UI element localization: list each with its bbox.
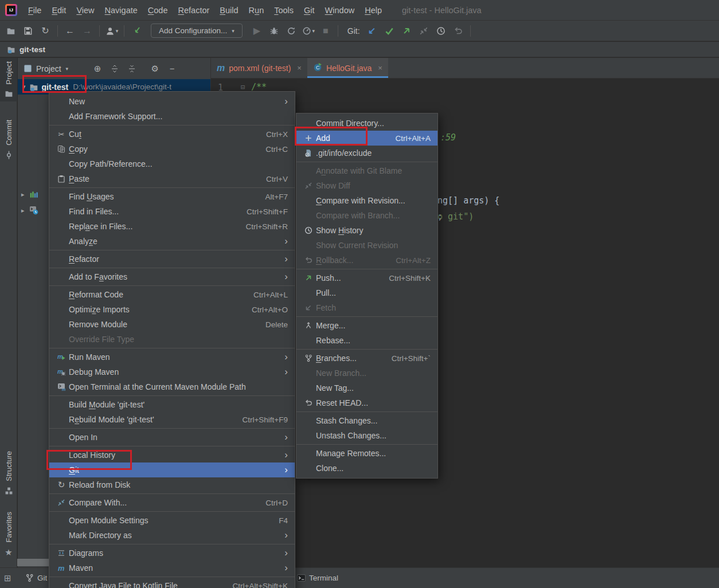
menu-item-find-in-files[interactable]: Find in Files...Ctrl+Shift+F bbox=[49, 204, 295, 219]
vcs-update-icon[interactable]: ↙ bbox=[364, 23, 381, 38]
breadcrumb[interactable]: git-test bbox=[19, 45, 45, 54]
menu-item-refactor[interactable]: Refactor› bbox=[49, 252, 295, 266]
menu-item-manage-remotes[interactable]: Manage Remotes... bbox=[296, 446, 437, 461]
forward-icon[interactable]: → bbox=[79, 23, 96, 38]
menu-item-compare-with-revision[interactable]: Compare with Revision... bbox=[296, 193, 437, 208]
menu-item-pull[interactable]: Pull... bbox=[296, 285, 437, 300]
tree-item-external-libraries[interactable]: ▸ bbox=[21, 190, 38, 199]
menu-item-mark-directory-as[interactable]: Mark Directory as› bbox=[49, 528, 295, 543]
menu-item-diagrams[interactable]: Diagrams› bbox=[49, 546, 295, 560]
sync-icon[interactable]: ↻ bbox=[37, 23, 54, 38]
profiler-icon[interactable]: ▾ bbox=[300, 23, 317, 38]
menu-item-push[interactable]: Push...Ctrl+Shift+K bbox=[296, 271, 437, 285]
menu-item-cut[interactable]: ✂CutCtrl+X bbox=[49, 127, 295, 142]
menu-item-analyze[interactable]: Analyze› bbox=[49, 234, 295, 249]
stop-icon[interactable]: ■ bbox=[317, 23, 334, 38]
locate-icon[interactable]: ⊕ bbox=[90, 62, 105, 76]
menu-item-branches[interactable]: Branches...Ctrl+Shift+` bbox=[296, 351, 437, 366]
hide-panel-icon[interactable]: − bbox=[165, 62, 179, 76]
vcs-rollback-icon[interactable] bbox=[450, 23, 467, 38]
tool-button-project[interactable]: Project bbox=[0, 58, 17, 101]
vcs-history-icon[interactable] bbox=[432, 23, 450, 38]
chevron-collapsed-icon[interactable]: ▸ bbox=[21, 207, 25, 214]
menu-item-local-history[interactable]: Local History› bbox=[49, 448, 295, 462]
vcs-push-icon[interactable] bbox=[398, 23, 415, 38]
window-layout-icon[interactable]: ⊞ bbox=[4, 573, 11, 583]
menu-code[interactable]: Code bbox=[143, 0, 173, 21]
menu-item-new[interactable]: New› bbox=[49, 94, 295, 109]
save-all-icon[interactable] bbox=[19, 23, 37, 38]
vcs-diff-icon[interactable] bbox=[415, 23, 432, 38]
menu-item-remove-module[interactable]: Remove ModuleDelete bbox=[49, 317, 295, 332]
horizontal-scrollbar-thumb[interactable] bbox=[17, 559, 50, 566]
menu-item-reset-head[interactable]: Reset HEAD... bbox=[296, 395, 437, 410]
menu-item-git-info-exclude[interactable]: .git/info/exclude bbox=[296, 146, 437, 160]
menu-item-copy-path-reference[interactable]: Copy Path/Reference... bbox=[49, 156, 295, 171]
tool-button-git[interactable]: Git bbox=[25, 574, 47, 582]
menu-item-paste[interactable]: PasteCtrl+V bbox=[49, 171, 295, 186]
menu-item-rebuild-module-git-test[interactable]: Rebuild Module 'git-test'Ctrl+Shift+F9 bbox=[49, 412, 295, 427]
menu-build[interactable]: Build bbox=[214, 0, 243, 21]
back-icon[interactable]: ← bbox=[61, 23, 79, 38]
menu-item-build-module-git-test[interactable]: Build Module 'git-test' bbox=[49, 397, 295, 412]
user-profile-icon[interactable]: ▾ bbox=[103, 23, 120, 38]
chevron-expanded-icon[interactable]: ▾ bbox=[22, 83, 26, 91]
menu-help[interactable]: Help bbox=[360, 0, 387, 21]
menu-item-new-tag[interactable]: New Tag... bbox=[296, 381, 437, 395]
debug-icon[interactable] bbox=[265, 23, 283, 38]
collapse-all-icon[interactable] bbox=[124, 62, 139, 76]
close-icon[interactable]: × bbox=[378, 64, 382, 72]
menu-item-commit-directory[interactable]: Commit Directory... bbox=[296, 116, 437, 131]
menu-git[interactable]: Git bbox=[299, 0, 320, 21]
menu-item-compare-with[interactable]: Compare With...Ctrl+D bbox=[49, 495, 295, 510]
tab-hellogit-java[interactable]: CHelloGit.java× bbox=[307, 58, 388, 78]
vcs-commit-icon[interactable] bbox=[381, 23, 398, 38]
menu-item-open-terminal-at-the-current-maven-module-path[interactable]: mOpen Terminal at the Current Maven Modu… bbox=[49, 379, 295, 394]
menu-item-add-to-favorites[interactable]: Add to Favorites› bbox=[49, 269, 295, 284]
menu-item-optimize-imports[interactable]: Optimize ImportsCtrl+Alt+O bbox=[49, 302, 295, 317]
menu-item-run-maven[interactable]: mRun Maven› bbox=[49, 350, 295, 364]
menu-item-clone[interactable]: Clone... bbox=[296, 461, 437, 476]
menu-item-find-usages[interactable]: Find UsagesAlt+F7 bbox=[49, 189, 295, 204]
menu-item-add-framework-support[interactable]: Add Framework Support... bbox=[49, 109, 295, 124]
menu-refactor[interactable]: Refactor bbox=[173, 0, 215, 21]
tool-button-favorites[interactable]: Favorites ★ bbox=[0, 508, 17, 561]
run-icon[interactable]: ▶ bbox=[248, 23, 265, 38]
menu-tools[interactable]: Tools bbox=[269, 0, 299, 21]
project-view-selector[interactable]: Project bbox=[36, 64, 61, 73]
tool-button-structure[interactable]: Structure bbox=[0, 448, 17, 499]
menu-item-copy[interactable]: CopyCtrl+C bbox=[49, 142, 295, 156]
menu-item-git[interactable]: Git› bbox=[49, 462, 295, 477]
menu-item-merge[interactable]: Merge... bbox=[296, 318, 437, 333]
menu-window[interactable]: Window bbox=[320, 0, 360, 21]
menu-item-debug-maven[interactable]: mDebug Maven› bbox=[49, 364, 295, 379]
expand-all-icon[interactable] bbox=[107, 62, 122, 76]
add-configuration-button[interactable]: Add Configuration...▾ bbox=[151, 23, 243, 38]
menu-item-unstash-changes[interactable]: Unstash Changes... bbox=[296, 428, 437, 443]
chevron-collapsed-icon[interactable]: ▸ bbox=[21, 191, 25, 198]
close-icon[interactable]: × bbox=[297, 64, 302, 72]
menu-item-reload-from-disk[interactable]: ↻Reload from Disk bbox=[49, 477, 295, 492]
menu-item-replace-in-files[interactable]: Replace in Files...Ctrl+Shift+R bbox=[49, 219, 295, 234]
menu-navigate[interactable]: Navigate bbox=[100, 0, 143, 21]
menu-item-maven[interactable]: mMaven› bbox=[49, 560, 295, 575]
menu-item-convert-java-file-to-kotlin-file[interactable]: Convert Java File to Kotlin FileCtrl+Alt… bbox=[49, 578, 295, 588]
menu-item-open-in[interactable]: Open In› bbox=[49, 430, 295, 445]
tool-button-commit[interactable]: Commit bbox=[0, 116, 17, 163]
menu-item-stash-changes[interactable]: Stash Changes... bbox=[296, 413, 437, 428]
tool-button-terminal[interactable]: Terminal bbox=[297, 574, 338, 582]
menu-run[interactable]: Run bbox=[244, 0, 269, 21]
tree-item-scratches[interactable]: ▸ bbox=[21, 206, 38, 215]
menu-view[interactable]: View bbox=[71, 0, 99, 21]
menu-edit[interactable]: Edit bbox=[46, 0, 71, 21]
menu-item-reformat-code[interactable]: Reformat CodeCtrl+Alt+L bbox=[49, 287, 295, 302]
open-project-icon[interactable] bbox=[2, 23, 19, 38]
gear-icon[interactable]: ⚙ bbox=[147, 62, 162, 76]
menu-item-open-module-settings[interactable]: Open Module SettingsF4 bbox=[49, 513, 295, 528]
menu-item-show-history[interactable]: Show History bbox=[296, 223, 437, 238]
coverage-icon[interactable] bbox=[283, 23, 300, 38]
menu-file[interactable]: File bbox=[23, 0, 46, 21]
green-arrow-icon[interactable] bbox=[128, 23, 145, 38]
menu-item-rebase[interactable]: Rebase... bbox=[296, 333, 437, 348]
menu-item-add[interactable]: AddCtrl+Alt+A bbox=[296, 131, 437, 146]
